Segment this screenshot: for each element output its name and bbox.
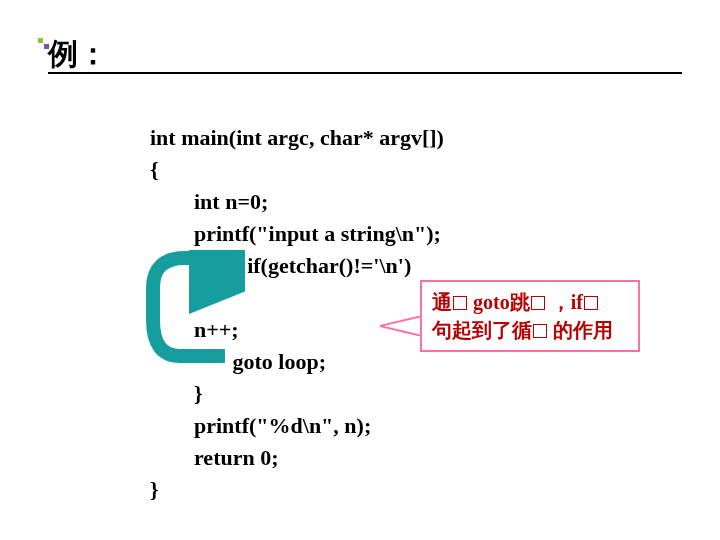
callout-box: 通 goto跳 ，if 句起到了循 的作用: [420, 280, 640, 352]
code-line: }: [150, 381, 203, 406]
callout-line-1: 通 goto跳 ，if: [432, 288, 628, 316]
slide-heading: 例：: [48, 34, 108, 75]
code-line: return 0;: [150, 445, 279, 470]
callout-pointer-icon: [380, 316, 422, 336]
callout-line-2: 句起到了循 的作用: [432, 316, 628, 344]
code-line: int n=0;: [150, 189, 268, 214]
code-line: {: [150, 157, 159, 182]
missing-glyph-icon: [531, 296, 545, 310]
code-line: int main(int argc, char* argv[]): [150, 125, 444, 150]
code-line: printf("input a string\n");: [150, 221, 441, 246]
annotation-callout: 通 goto跳 ，if 句起到了循 的作用: [420, 280, 640, 352]
heading-underline: [48, 72, 682, 74]
missing-glyph-icon: [584, 296, 598, 310]
loop-arrow-icon: [135, 250, 245, 370]
missing-glyph-icon: [453, 296, 467, 310]
missing-glyph-icon: [533, 324, 547, 338]
code-line: }: [150, 477, 159, 502]
code-line: printf("%d\n", n);: [150, 413, 371, 438]
